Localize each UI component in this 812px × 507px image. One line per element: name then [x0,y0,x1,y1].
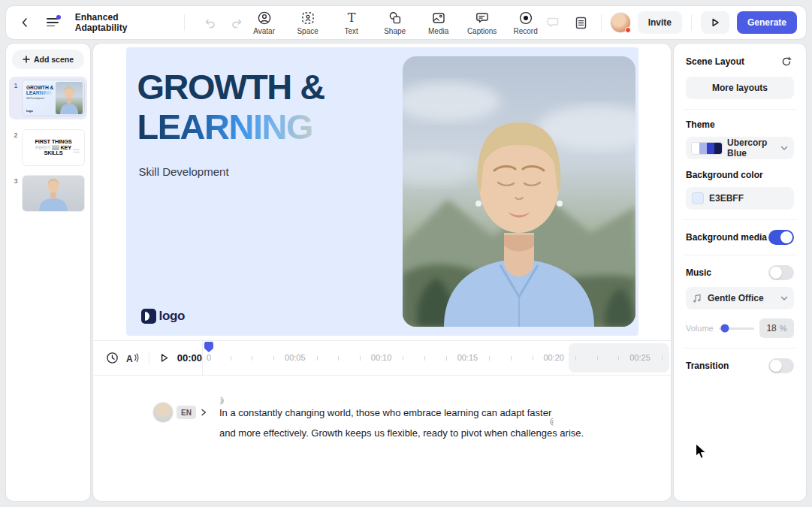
tool-record[interactable]: Record [509,11,542,35]
speaker-row[interactable]: EN [153,403,207,422]
volume-knob[interactable] [721,324,729,333]
background-color-value: E3EBFF [709,193,788,204]
timeline-tick [317,356,318,361]
voice-preview-button[interactable]: A [125,348,141,369]
scene-3-thumbnail[interactable] [23,176,84,211]
timeline-tick [252,356,252,361]
menu-button[interactable] [43,12,63,33]
scene-2-thumbnail[interactable]: FIRST THINGS FIRST KEY SKILLS [23,130,84,165]
background-color-field[interactable]: E3EBFF [686,187,794,210]
timeline-play-button[interactable] [157,348,171,369]
duration-button[interactable] [105,348,119,369]
shape-icon [388,11,403,26]
avatar-video[interactable] [403,56,635,327]
timeline-tick [489,356,490,361]
video-canvas[interactable]: GROWTH & LEARNING Skill Development logo [126,47,638,336]
invite-button[interactable]: Invite [638,11,682,34]
text-icon: T [344,11,359,26]
redo-button[interactable] [228,12,248,33]
tool-shape[interactable]: Shape [379,11,412,35]
scene-item-3[interactable]: 3 [12,176,84,211]
comment-icon [546,16,560,29]
timeline-tick-label: 00:15 [457,353,478,362]
avatar-scene [403,56,635,327]
scene-1-avatar-image [56,82,83,114]
status-dot [625,27,631,33]
tool-text[interactable]: T Text [335,11,368,35]
more-layouts-button[interactable]: More layouts [686,77,794,99]
shuffle-layout-button[interactable] [779,54,794,69]
timeline-tick [597,356,598,361]
transition-toggle[interactable] [768,358,794,373]
canvas-subtitle[interactable]: Skill Development [139,165,229,178]
timeline-bar: A 00:00 000:0500:1000:1500:2000:25 [93,340,671,375]
timeline-tick [618,356,619,361]
volume-slider[interactable] [719,327,754,330]
music-track-select[interactable]: Gentle Office [686,287,794,309]
timeline-tick [360,356,361,361]
undo-button[interactable] [200,12,220,33]
tool-captions[interactable]: Captions [466,11,499,35]
play-icon [158,352,170,364]
theme-select[interactable]: Ubercorp Blue [686,137,794,159]
user-avatar[interactable] [611,13,630,32]
chevron-down-icon [780,146,788,151]
editor-main: GROWTH & LEARNING Skill Development logo [93,44,671,501]
scene-1-thumbnail[interactable]: GROWTH & LEARNING Skill Development logo [23,80,84,116]
music-toggle[interactable] [768,265,794,280]
speaker-avatar [153,403,173,422]
notes-icon [574,16,588,30]
undo-icon [203,16,216,29]
script-line-2[interactable]: and more effectively. Growth keeps us fl… [219,427,584,439]
preview-play-button[interactable] [701,11,729,34]
volume-value[interactable]: 18% [759,318,794,338]
notification-dot [56,15,61,20]
timeline-controls: A 00:00 [93,341,203,375]
background-media-toggle[interactable] [768,230,794,245]
add-scene-button[interactable]: Add scene [12,50,84,69]
person-figure [23,176,84,211]
divider [683,109,797,110]
logo-icon [141,309,156,324]
comments-button[interactable] [542,12,563,33]
hamburger-icon [47,18,59,27]
playhead[interactable] [204,342,213,352]
captions-icon [475,11,490,26]
timeline-tick [446,356,447,361]
timeline-tick-label: 00:25 [629,353,651,362]
scene-number: 3 [12,176,20,211]
svg-text:T: T [347,11,355,25]
background-media-label: Background media [686,232,767,243]
transition-label: Transition [686,361,729,371]
scene-number: 1 [12,80,20,116]
volume-label: Volume [686,324,714,333]
theme-label: Theme [686,119,794,130]
script-editor[interactable]: EN In a constantly changing world, those… [93,375,671,501]
timeline-tick [424,356,425,361]
color-swatch [692,192,704,204]
timeline-ruler[interactable]: 000:0500:1000:1500:2000:25 [203,341,671,375]
script-cursor-icon [219,396,226,407]
scene-item-1[interactable]: 1 GROWTH & LEARNING Skill Development lo… [9,77,87,119]
generate-button[interactable]: Generate [737,11,797,34]
back-button[interactable] [15,12,35,33]
tool-avatar[interactable]: Avatar [248,11,281,35]
chevron-left-icon [20,17,30,28]
canvas-logo[interactable]: logo [141,309,186,324]
theme-swatches [692,143,722,154]
tool-media[interactable]: Media [422,11,455,35]
project-title: Enhanced Adaptability [75,12,169,33]
play-icon [709,17,721,29]
canvas-title[interactable]: GROWTH & LEARNING [137,67,324,146]
theme-value: Ubercorp Blue [727,137,775,158]
scene-item-2[interactable]: 2 FIRST THINGS FIRST KEY SKILLS [12,130,84,165]
space-icon [300,11,315,26]
record-icon [518,11,533,26]
svg-text:A: A [126,354,133,364]
text-to-speech-icon: A [125,352,140,364]
inspector-panel: Scene Layout More layouts Theme Ubercorp… [674,44,806,501]
script-line-1[interactable]: In a constantly changing world, those wh… [219,407,551,418]
divider [683,348,797,349]
tool-space[interactable]: Space [291,11,324,35]
notes-button[interactable] [571,12,592,33]
